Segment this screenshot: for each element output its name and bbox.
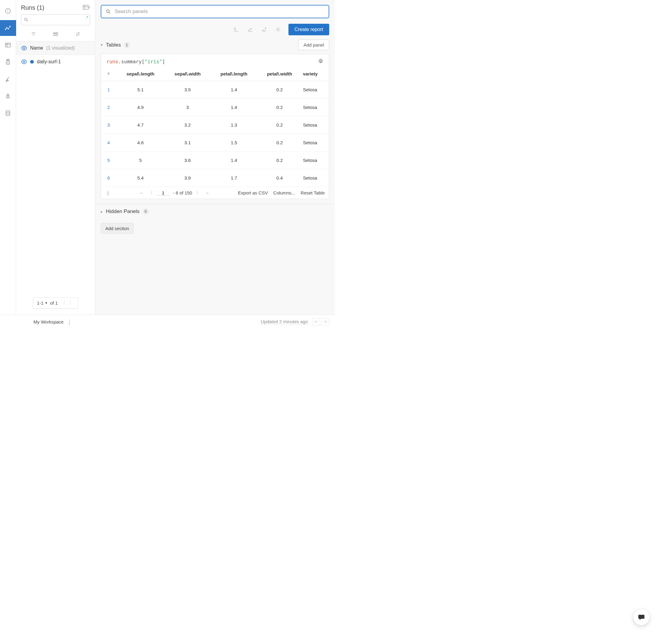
run-color-dot xyxy=(30,60,34,64)
smoothing-icon[interactable] xyxy=(247,26,254,33)
panel-title: runs.summary["iris"] xyxy=(107,59,165,65)
redo-button[interactable]: ↷ xyxy=(321,318,329,326)
prev-page-icon[interactable]: 〈 xyxy=(147,190,154,196)
svg-line-14 xyxy=(7,77,9,79)
iconbar-launch[interactable] xyxy=(0,88,16,104)
cell: 3.5 xyxy=(165,81,211,99)
first-page-icon[interactable]: ← xyxy=(139,190,144,196)
iconbar-charts[interactable] xyxy=(0,20,16,36)
column-header[interactable]: sepal\.length xyxy=(116,68,165,81)
row-index[interactable]: 2 xyxy=(101,99,116,116)
expand-table-icon[interactable] xyxy=(83,4,90,11)
last-page-icon[interactable]: → xyxy=(204,190,210,196)
runs-search-input[interactable] xyxy=(31,17,87,22)
pager-range[interactable]: 1-1 xyxy=(37,300,44,305)
column-header[interactable]: petal\.length xyxy=(211,68,257,81)
panel-search-input[interactable] xyxy=(115,8,324,15)
column-header[interactable]: variety xyxy=(302,68,329,81)
cell: 5 xyxy=(116,152,165,169)
section-hidden-header[interactable]: ▸ Hidden Panels 0 xyxy=(95,204,335,219)
outliers-icon[interactable] xyxy=(260,26,268,33)
cell: Setosa xyxy=(302,152,329,169)
iconbar-info[interactable] xyxy=(0,3,16,19)
column-header[interactable]: sepal\.width xyxy=(165,68,211,81)
table-row[interactable]: 553.61.40.2Setosa xyxy=(101,152,329,169)
settings-icon[interactable] xyxy=(275,26,282,33)
filter-icon[interactable] xyxy=(31,31,36,37)
cell: 4.6 xyxy=(116,134,165,152)
chevron-down-icon[interactable]: ▾ xyxy=(101,43,103,47)
cell: 1.3 xyxy=(211,116,257,134)
workspace-menu-icon[interactable]: ⋮ xyxy=(67,319,72,325)
svg-point-17 xyxy=(7,95,8,96)
undo-button[interactable]: ↶ xyxy=(312,318,320,326)
eye-icon xyxy=(21,45,27,51)
page-input[interactable] xyxy=(157,190,170,196)
next-page-icon[interactable]: 〉 xyxy=(195,190,201,196)
page-range-label: - 6 of 150 xyxy=(173,190,192,196)
row-index[interactable]: 4 xyxy=(101,134,116,152)
iconbar-sweeps[interactable] xyxy=(0,71,16,87)
row-index[interactable]: 1 xyxy=(101,81,116,99)
regex-badge-icon[interactable]: .* xyxy=(86,16,88,19)
svg-point-2 xyxy=(8,10,8,10)
svg-point-18 xyxy=(6,111,10,113)
runs-search[interactable]: .* xyxy=(21,14,90,25)
cell: 5.1 xyxy=(116,81,165,99)
reset-table-button[interactable]: Reset Table xyxy=(301,190,325,196)
iconbar-artifacts[interactable] xyxy=(0,105,16,121)
cell: 3.9 xyxy=(165,169,211,187)
workspace-name[interactable]: My Workspace xyxy=(33,319,64,324)
run-item[interactable]: daily-surf-1 xyxy=(16,55,95,68)
section-tables-count: 1 xyxy=(124,42,130,48)
autosize-icon[interactable]: ▯ xyxy=(105,190,111,196)
table-row[interactable]: 15.13.51.40.2Setosa xyxy=(101,81,329,99)
column-header[interactable]: petal\.width xyxy=(257,68,302,81)
svg-rect-19 xyxy=(83,5,88,9)
cell: Setosa xyxy=(302,81,329,99)
pager-prev[interactable]: 〈 xyxy=(60,300,66,306)
cell: 0.2 xyxy=(257,134,302,152)
svg-point-4 xyxy=(6,27,7,28)
cell: Setosa xyxy=(302,99,329,116)
run-group-header[interactable]: Name (1 visualized) xyxy=(16,41,95,55)
svg-line-23 xyxy=(27,20,28,21)
iconbar-clipboard[interactable] xyxy=(0,54,16,70)
hidden-panels-title: Hidden Panels xyxy=(106,208,140,214)
eye-icon[interactable] xyxy=(21,59,27,65)
panel-settings-icon[interactable] xyxy=(318,59,324,65)
table-row[interactable]: 24.931.40.2Setosa xyxy=(101,99,329,116)
svg-point-6 xyxy=(10,26,10,26)
row-index[interactable]: 3 xyxy=(101,116,116,134)
caret-down-icon[interactable]: ▼ xyxy=(45,301,48,305)
add-panel-button[interactable]: Add panel xyxy=(298,40,329,50)
svg-rect-27 xyxy=(53,32,58,36)
pager-next[interactable]: 〉 xyxy=(68,300,74,306)
table-row[interactable]: 34.73.21.30.2Setosa xyxy=(101,116,329,134)
statusbar: My Workspace ⋮ Updated 2 minutes ago ↶ ↷ xyxy=(0,315,335,329)
create-report-button[interactable]: Create report xyxy=(288,24,329,35)
table-row[interactable]: 65.43.91.70.4Setosa xyxy=(101,169,329,187)
svg-point-42 xyxy=(264,31,264,32)
svg-line-36 xyxy=(109,12,110,14)
add-section-button[interactable]: Add section xyxy=(101,223,134,234)
table-row[interactable]: 44.63.11.50.2Setosa xyxy=(101,134,329,152)
columns-icon[interactable] xyxy=(53,31,58,37)
svg-point-41 xyxy=(262,31,263,31)
filter-funnel-icon[interactable]: ▾ xyxy=(108,71,110,76)
row-index[interactable]: 5 xyxy=(101,152,116,169)
iconbar xyxy=(0,0,16,315)
runs-title: Runs (1) xyxy=(21,4,44,11)
svg-point-44 xyxy=(263,30,264,30)
row-index[interactable]: 6 xyxy=(101,169,116,187)
table-panel: runs.summary["iris"] ▾ sepal\.lengthsepa… xyxy=(101,54,329,199)
cell: 3.2 xyxy=(165,116,211,134)
sort-icon[interactable] xyxy=(75,31,80,37)
export-csv-button[interactable]: Export as CSV xyxy=(238,190,268,196)
columns-button[interactable]: Columns... xyxy=(273,190,295,196)
cell: Setosa xyxy=(302,116,329,134)
iconbar-table[interactable] xyxy=(0,37,16,53)
x-axis-icon[interactable] xyxy=(232,26,240,33)
panel-search[interactable] xyxy=(101,5,329,18)
run-name: daily-surf-1 xyxy=(37,59,61,65)
